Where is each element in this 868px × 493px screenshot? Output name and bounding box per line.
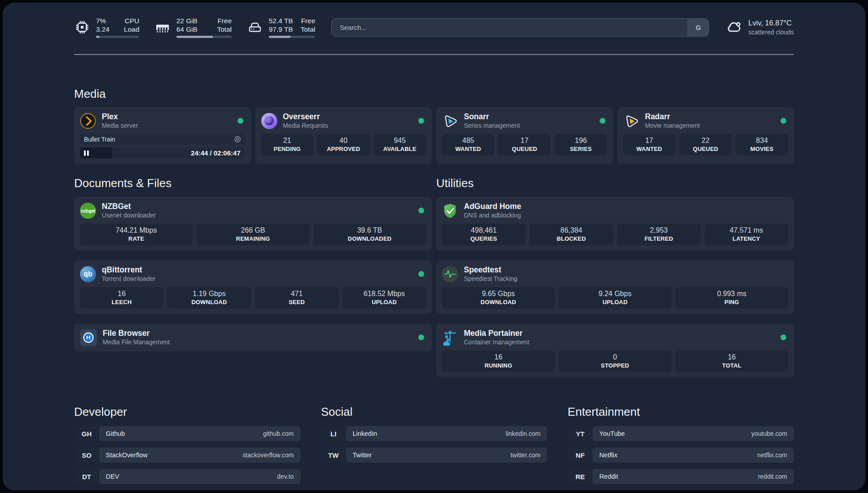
stat-label: TOTAL: [677, 362, 786, 369]
bookmark-youtube[interactable]: YT YouTube youtube.com: [568, 426, 794, 441]
memory-label-bottom: Total: [217, 25, 232, 33]
app-card-qbittorrent[interactable]: qb qBittorrent Torrent downloader 16 LEE…: [74, 260, 432, 314]
app-description: Container management: [464, 338, 529, 346]
app-name: NZBGet: [102, 202, 156, 211]
app-card-adguard[interactable]: AdGuard Home DNS and adblocking 498,461 …: [436, 197, 794, 251]
bookmark-group-developer: Developer GH Github github.com SO StackO…: [74, 405, 300, 484]
bookmark-name: YouTube: [599, 430, 625, 437]
bookmark-group-entertainment: Entertainment YT YouTube youtube.com NF …: [568, 405, 794, 484]
stat-value: 2,953: [619, 226, 699, 235]
stat-label: PENDING: [263, 146, 312, 153]
playback-time: 24:44 / 02:06:47: [191, 149, 245, 157]
status-dot: [418, 271, 424, 277]
stat-box: 17 WANTED: [623, 134, 676, 155]
stat-value: 16: [444, 353, 553, 362]
bookmark-github[interactable]: GH Github github.com: [74, 426, 300, 441]
app-card-sonarr[interactable]: Sonarr Series management 485 WANTED 17 Q…: [436, 107, 613, 164]
stat-label: QUEUED: [500, 146, 549, 153]
stat-box: 498,461 QUERIES: [442, 224, 526, 245]
status-dot: [418, 118, 424, 124]
stat-box: 21 PENDING: [261, 134, 313, 155]
stat-value: 498,461: [444, 226, 524, 235]
stat-label: QUEUED: [681, 146, 730, 153]
stat-box: 1.19 Gbps DOWNLOAD: [167, 287, 251, 309]
app-card-overseerr[interactable]: Overseerr Media Requests 21 PENDING 40 A…: [255, 107, 432, 164]
bookmark-stackoverflow[interactable]: SO StackOverflow stackoverflow.com: [74, 447, 300, 463]
stat-box: 22 QUEUED: [680, 134, 732, 155]
disk-icon: [247, 19, 263, 35]
bookmark-url: netflix.com: [757, 451, 787, 459]
stat-value: 17: [500, 136, 549, 145]
app-name: Sonarr: [464, 112, 520, 121]
app-name: AdGuard Home: [464, 202, 521, 211]
cpu-label-bottom: Load: [124, 25, 139, 33]
app-name: qBittorrent: [102, 265, 155, 275]
bookmark-abbr: TW: [321, 447, 346, 463]
stat-label: DOWNLOAD: [169, 299, 249, 306]
stat-label: SERIES: [556, 146, 605, 153]
stat-label: SEED: [257, 299, 337, 306]
app-card-plex[interactable]: Plex Media server Bullet Train: [74, 107, 251, 164]
bookmark-url: linkedin.com: [506, 430, 541, 437]
plex-icon: [80, 113, 96, 129]
memory-progress-track: [176, 36, 232, 38]
stats-row: 21 PENDING 40 APPROVED 945 AVAILABLE: [261, 134, 426, 155]
app-description: Media server: [102, 122, 138, 130]
bookmark-abbr: RE: [568, 469, 593, 484]
stat-value: 266 GB: [198, 226, 307, 235]
search-input[interactable]: [332, 19, 688, 36]
stat-value: 16: [677, 353, 786, 362]
section-documents: Documents & Files nzbget NZBGet Usenet d…: [74, 176, 432, 377]
stat-box: 40 APPROVED: [317, 134, 370, 155]
pause-icon[interactable]: [84, 150, 89, 156]
app-meta: File Browser Media File Management: [103, 329, 170, 346]
bookmark-abbr: LI: [321, 426, 346, 441]
app-card-nzbget[interactable]: nzbget NZBGet Usenet downloader 744.21 M…: [74, 197, 432, 251]
section-title-documents: Documents & Files: [74, 176, 432, 190]
speedtest-header: Speedtest Speedtest Tracking: [442, 265, 788, 283]
stat-label: FILTERED: [619, 235, 699, 242]
stat-value: 945: [376, 136, 424, 145]
bookmark-twitter[interactable]: TW Twitter twitter.com: [321, 447, 547, 463]
stat-value: 16: [82, 289, 162, 298]
disk-widget: 52.4 TB 97.9 TB Free Total: [247, 17, 315, 38]
app-name: Radarr: [645, 112, 700, 121]
bookmark-dev[interactable]: DT DEV dev.to: [74, 469, 300, 484]
status-dot: [418, 208, 424, 213]
stat-label: RATE: [82, 235, 191, 242]
app-card-filebrowser[interactable]: File Browser Media File Management: [74, 324, 432, 351]
app-name: Overseerr: [283, 112, 328, 121]
search-engine-button[interactable]: G: [688, 19, 709, 36]
filebrowser-header: File Browser Media File Management: [80, 329, 426, 346]
app-card-radarr[interactable]: Radarr Movie management 17 WANTED 22 QUE…: [618, 107, 794, 164]
stat-box: 485 WANTED: [442, 134, 494, 155]
stat-label: WANTED: [625, 146, 674, 153]
cpu-label-top: CPU: [125, 17, 139, 25]
bookmark-linkedin[interactable]: LI LinkedIn linkedin.com: [321, 426, 547, 441]
playback-progress[interactable]: 24:44 / 02:06:47: [80, 147, 245, 159]
bookmark-abbr: DT: [74, 469, 99, 484]
bookmark-name: StackOverflow: [106, 451, 147, 459]
now-playing-row[interactable]: Bullet Train: [80, 134, 245, 145]
stat-box: 744.21 Mbps RATE: [80, 224, 192, 245]
portainer-icon: [442, 330, 458, 346]
stat-box: 471 SEED: [255, 287, 338, 309]
stat-label: LATENCY: [706, 235, 786, 242]
stat-value: 0: [560, 353, 669, 362]
stat-value: 9.24 Gbps: [560, 289, 669, 298]
stat-value: 196: [556, 136, 605, 145]
cpu-progress-fill: [96, 36, 100, 38]
app-name: Media Portainer: [464, 329, 529, 338]
adguard-icon: [442, 203, 458, 219]
stat-label: BLOCKED: [531, 235, 611, 242]
bookmark-netflix[interactable]: NF Netflix netflix.com: [568, 447, 794, 463]
app-card-portainer[interactable]: Media Portainer Container management 16 …: [436, 324, 794, 377]
app-card-speedtest[interactable]: Speedtest Speedtest Tracking 9.65 Gbps D…: [436, 260, 794, 314]
status-dot: [418, 334, 424, 340]
bookmark-reddit[interactable]: RE Reddit reddit.com: [568, 469, 794, 484]
stat-label: MOVIES: [738, 146, 786, 153]
stat-box: 17 QUEUED: [498, 134, 551, 155]
bookmark-url: youtube.com: [751, 430, 787, 437]
portainer-header: Media Portainer Container management: [442, 329, 788, 346]
bookmark-abbr: SO: [74, 447, 99, 463]
